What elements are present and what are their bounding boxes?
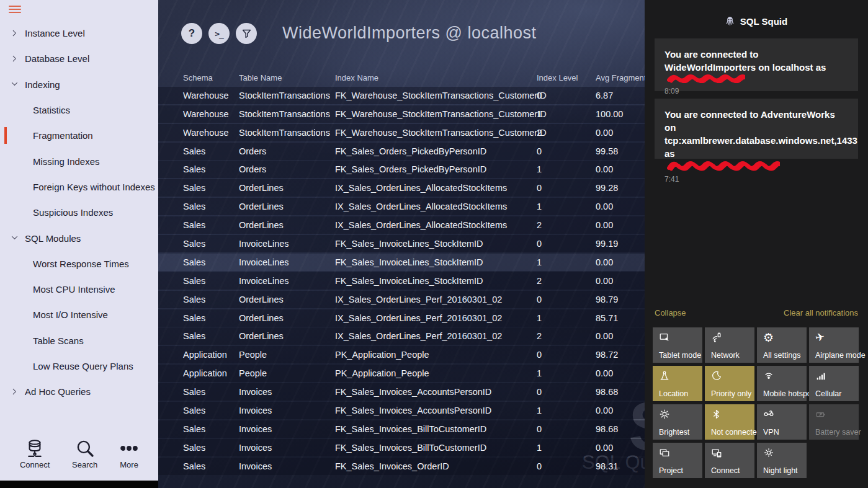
tile-mobile-hotspot[interactable]: Mobile hotspot xyxy=(757,366,807,401)
table-cell: Sales xyxy=(158,406,239,415)
action-label: Connect xyxy=(20,460,50,469)
filter-button[interactable] xyxy=(236,23,257,44)
sidebar-item-fragmentation[interactable]: Fragmentation xyxy=(0,123,158,148)
table-row[interactable]: SalesInvoiceLinesFK_Sales_InvoiceLines_S… xyxy=(158,272,645,290)
table-row[interactable]: SalesInvoiceLinesFK_Sales_InvoiceLines_S… xyxy=(158,254,645,271)
search-button[interactable]: Search xyxy=(72,439,97,469)
hamburger-menu-icon[interactable] xyxy=(9,6,21,16)
sidebar-item-label: Table Scans xyxy=(33,335,84,346)
tile-not-connected[interactable]: Not connected xyxy=(705,404,754,440)
sidebar-item-low-reuse-query-plans[interactable]: Low Reuse Query Plans xyxy=(0,353,158,379)
title-bar: ? >_ WideWorldImporters @ localhost xyxy=(158,0,645,62)
column-header[interactable]: Schema xyxy=(158,73,239,82)
tile-connect[interactable]: Connect xyxy=(705,443,754,478)
table-cell: 1 xyxy=(537,443,596,453)
table-row[interactable]: SalesOrderLinesIX_Sales_OrderLines_Perf_… xyxy=(158,291,645,308)
sidebar-item-sql-modules[interactable]: SQL Modules xyxy=(0,225,158,251)
table-row[interactable]: WarehouseStockItemTransactionsFK_Warehou… xyxy=(158,105,645,123)
hamburger-bar xyxy=(9,12,21,13)
sidebar-item-label: Fragmentation xyxy=(33,130,93,141)
notification-card[interactable]: You are connected to WideWorldImporters … xyxy=(655,38,858,91)
table-row[interactable]: WarehouseStockItemTransactionsFK_Warehou… xyxy=(158,87,645,104)
column-header[interactable]: Avg Fragmentat xyxy=(596,73,645,82)
collapse-link[interactable]: Collapse xyxy=(655,308,686,317)
action-label: Search xyxy=(72,460,97,469)
column-header[interactable]: Index Level xyxy=(537,73,596,82)
table-row[interactable]: SalesOrderLinesIX_Sales_OrderLines_Alloc… xyxy=(158,198,645,215)
terminal-button[interactable]: >_ xyxy=(208,23,230,44)
table-row[interactable]: SalesInvoicesFK_Sales_Invoices_BillToCus… xyxy=(158,439,645,456)
location-icon xyxy=(659,369,670,383)
table-row[interactable]: SalesOrdersFK_Sales_Orders_PickedByPerso… xyxy=(158,143,645,160)
table-cell: FK_Warehouse_StockItemTransactions_Custo… xyxy=(335,91,537,100)
tile-vpn[interactable]: VPN xyxy=(757,404,807,440)
table-row[interactable]: SalesOrderLinesIX_Sales_OrderLines_Alloc… xyxy=(158,179,645,197)
sidebar-item-indexing[interactable]: Indexing xyxy=(0,72,158,97)
table-row[interactable]: SalesInvoicesFK_Sales_Invoices_OrderID09… xyxy=(158,458,645,475)
tile-cellular[interactable]: Cellular xyxy=(809,366,859,401)
column-header[interactable]: Table Name xyxy=(239,73,335,82)
tile-all-settings[interactable]: ⚙All settings xyxy=(757,327,807,363)
table-row[interactable]: SalesInvoiceLinesFK_Sales_InvoiceLines_S… xyxy=(158,235,645,252)
connect-button[interactable]: Connect xyxy=(20,439,50,469)
table-row[interactable]: SalesOrderLinesIX_Sales_OrderLines_Alloc… xyxy=(158,216,645,234)
table-cell: Warehouse xyxy=(158,109,239,119)
notification-card[interactable]: You are connected to AdventureWorks on t… xyxy=(655,99,858,159)
sidebar-item-database-level[interactable]: Database Level xyxy=(0,46,158,71)
sidebar-item-worst-response-times[interactable]: Worst Response Times xyxy=(0,251,158,277)
table-row[interactable]: ApplicationPeoplePK_Application_People10… xyxy=(158,365,645,382)
column-header[interactable]: Index Name xyxy=(335,73,537,82)
table-row[interactable]: SalesOrderLinesIX_Sales_OrderLines_Perf_… xyxy=(158,327,645,345)
clear-all-notifications-link[interactable]: Clear all notifications xyxy=(784,308,858,317)
table-cell: FK_Sales_Invoices_AccountsPersonID xyxy=(335,406,537,415)
battery-saver-icon xyxy=(815,407,826,421)
sidebar-item-label: Database Level xyxy=(25,53,89,64)
table-row[interactable]: SalesInvoicesFK_Sales_Invoices_AccountsP… xyxy=(158,402,645,419)
more-button[interactable]: More xyxy=(120,439,138,469)
help-button[interactable]: ? xyxy=(181,23,202,44)
table-row[interactable]: WarehouseStockItemTransactionsFK_Warehou… xyxy=(158,124,645,141)
table-cell: Invoices xyxy=(239,443,335,453)
sidebar-item-label: SQL Modules xyxy=(25,233,81,244)
table-row[interactable]: ApplicationPeoplePK_Application_People09… xyxy=(158,346,645,363)
table-row[interactable]: SalesOrderLinesIX_Sales_OrderLines_Perf_… xyxy=(158,309,645,327)
table-cell: OrderLines xyxy=(239,220,335,230)
selected-indicator xyxy=(4,127,7,144)
table-cell: Sales xyxy=(158,202,239,211)
tile-network[interactable]: Network xyxy=(705,327,754,363)
table-cell: OrderLines xyxy=(239,202,335,211)
table-row[interactable]: SalesOrdersFK_Sales_Orders_PickedByPerso… xyxy=(158,161,645,178)
filter-funnel-icon xyxy=(241,29,252,39)
sidebar-item-most-cpu-intensive[interactable]: Most CPU Intensive xyxy=(0,277,158,302)
tile-airplane-mode[interactable]: ✈Airplane mode xyxy=(809,327,859,363)
table-cell: 1 xyxy=(537,109,596,119)
sidebar-item-suspicious-indexes[interactable]: Suspicious Indexes xyxy=(0,200,158,225)
table-cell: 0.00 xyxy=(596,220,645,230)
table-cell: IX_Sales_OrderLines_Perf_20160301_02 xyxy=(335,295,537,304)
tile-tablet-mode[interactable]: Tablet mode xyxy=(653,327,702,363)
sidebar-item-ad-hoc-queries[interactable]: Ad Hoc Queries xyxy=(0,379,158,404)
table-cell: 0 xyxy=(537,146,596,156)
table-cell: 99.28 xyxy=(596,183,645,193)
tile-priority-only[interactable]: Priority only xyxy=(705,366,754,401)
sidebar-item-label: Missing Indexes xyxy=(33,156,100,167)
table-cell: Invoices xyxy=(239,424,335,434)
sidebar-item-table-scans[interactable]: Table Scans xyxy=(0,328,158,353)
table-cell: 0 xyxy=(537,424,596,434)
sidebar-item-most-i-o-intensive[interactable]: Most I/O Intensive xyxy=(0,302,158,327)
sidebar-item-foreign-keys-without-indexes[interactable]: Foreign Keys without Indexes xyxy=(0,174,158,200)
tile-night-light[interactable]: Night light xyxy=(757,443,807,478)
tile-location[interactable]: Location xyxy=(653,366,702,401)
table-row[interactable]: SalesInvoicesFK_Sales_Invoices_BillToCus… xyxy=(158,420,645,438)
table-cell: Sales xyxy=(158,443,239,453)
sidebar-item-statistics[interactable]: Statistics xyxy=(0,97,158,123)
sidebar-item-missing-indexes[interactable]: Missing Indexes xyxy=(0,148,158,174)
table-cell: StockItemTransactions xyxy=(239,109,335,119)
table-cell: Warehouse xyxy=(158,91,239,100)
sidebar-item-instance-level[interactable]: Instance Level xyxy=(0,20,158,46)
table-cell: 0 xyxy=(537,91,596,100)
tile-project[interactable]: Project xyxy=(653,443,702,478)
table-cell: OrderLines xyxy=(239,183,335,193)
tile-brightest[interactable]: Brightest xyxy=(653,404,702,440)
table-row[interactable]: SalesInvoicesFK_Sales_Invoices_AccountsP… xyxy=(158,383,645,401)
